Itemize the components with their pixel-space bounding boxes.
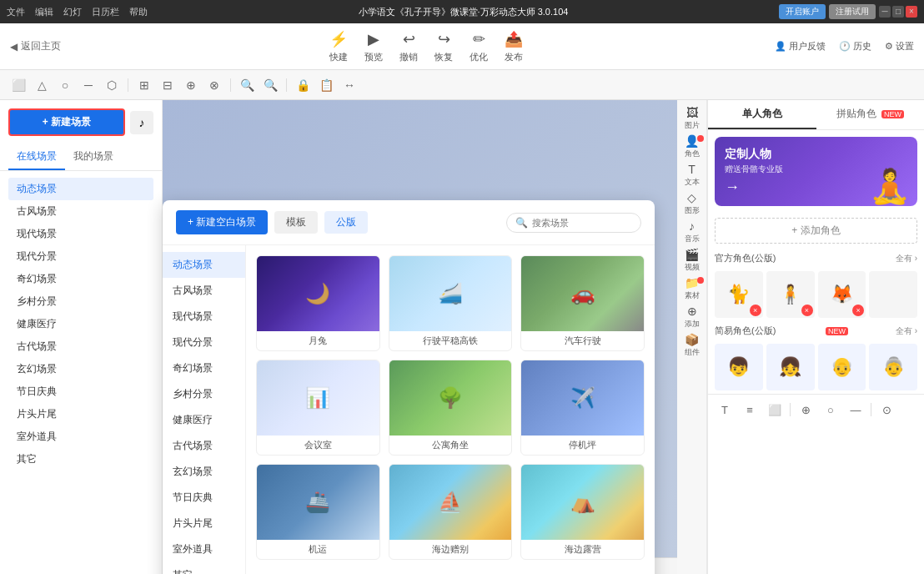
tool-optimize[interactable]: ✏ 优化 xyxy=(470,30,488,63)
tool-preview[interactable]: ▶ 预览 xyxy=(364,30,383,63)
trial-btn[interactable]: 注册试用 xyxy=(829,4,876,19)
cat-holiday[interactable]: 节日庆典 xyxy=(8,380,153,403)
cat-modern1[interactable]: 现代场景 xyxy=(8,223,153,245)
cat-ancient2[interactable]: 古代场景 xyxy=(8,335,153,358)
scene-search-input[interactable] xyxy=(532,218,632,228)
char-del-3[interactable]: × xyxy=(852,305,864,316)
cat-outdoor[interactable]: 室外道具 xyxy=(8,425,153,448)
modal-cat-ancient2[interactable]: 古代场景 xyxy=(163,433,245,459)
tool-copy[interactable]: 📋 xyxy=(316,75,336,95)
modal-cat-modern1[interactable]: 现代场景 xyxy=(163,304,245,330)
tool-polygon[interactable]: ⬡ xyxy=(102,75,122,95)
char-fox[interactable]: 🦊 × xyxy=(818,271,866,318)
tool-character[interactable]: 👤 角色 xyxy=(679,133,706,160)
history-btn[interactable]: 🕐 历史 xyxy=(839,40,871,53)
tool-align-left[interactable]: ⊞ xyxy=(134,75,154,95)
tool-video[interactable]: 🎬 视频 xyxy=(679,247,706,274)
scene-card-office[interactable]: 📊 会议室 xyxy=(256,360,380,456)
cat-ancient[interactable]: 古风场景 xyxy=(8,200,153,223)
tab-collage-char[interactable]: 拼贴角色 NEW xyxy=(816,100,925,129)
char-promo-banner[interactable]: 定制人物 赠送骨骼专业版 → 🧘 xyxy=(715,137,917,206)
scene-card-park[interactable]: 🌳 公寓角坐 xyxy=(389,360,513,456)
tool-redo[interactable]: ↪ 恢复 xyxy=(434,30,453,63)
rbt-list[interactable]: ≡ xyxy=(740,400,760,420)
simple-char-3[interactable]: 👴 xyxy=(818,344,866,390)
modal-cat-outdoor[interactable]: 室外道具 xyxy=(163,536,245,562)
scene-card-train[interactable]: 🚄 行驶平稳高铁 xyxy=(389,255,513,351)
rbt-rect[interactable]: ⬜ xyxy=(765,400,785,420)
tool-line[interactable]: ─ xyxy=(78,75,98,95)
rbt-circle[interactable]: ○ xyxy=(821,400,841,420)
tool-text[interactable]: T 文本 xyxy=(679,162,706,189)
scene-card-beach[interactable]: ⛵ 海边赠别 xyxy=(389,464,513,560)
scene-card-highway[interactable]: 🚗 汽车行驶 xyxy=(520,255,645,351)
simple-char-4[interactable]: 👵 xyxy=(869,344,917,390)
modal-cat-rural[interactable]: 乡村分景 xyxy=(163,381,245,407)
cat-modern2[interactable]: 现代分景 xyxy=(8,245,153,268)
tool-rectangle[interactable]: ⬜ xyxy=(8,75,28,95)
settings-btn[interactable]: ⚙ 设置 xyxy=(885,40,914,53)
char-person1[interactable]: 🧍 × xyxy=(766,271,815,318)
modal-cat-health[interactable]: 健康医疗 xyxy=(163,407,245,433)
maximize-btn[interactable]: □ xyxy=(892,6,904,18)
music-btn[interactable]: ♪ xyxy=(130,111,153,134)
char-cat[interactable]: 🐈 × xyxy=(715,271,763,318)
tool-component[interactable]: 📦 组件 xyxy=(679,332,706,359)
rbt-add-circle[interactable]: ⊕ xyxy=(796,400,816,420)
official-more-link[interactable]: 全有 › xyxy=(896,253,917,264)
scene-card-airport[interactable]: ✈️ 停机坪 xyxy=(520,360,645,456)
simple-char-1[interactable]: 👦 xyxy=(715,344,763,390)
modal-cat-modern2[interactable]: 现代分景 xyxy=(163,330,245,355)
modal-cat-fantasy[interactable]: 奇幻场景 xyxy=(163,355,245,381)
cat-xuan[interactable]: 玄幻场景 xyxy=(8,358,153,380)
menu-help[interactable]: 帮助 xyxy=(129,6,148,18)
cat-intro[interactable]: 片头片尾 xyxy=(8,403,153,425)
tool-shape[interactable]: ◇ 图形 xyxy=(679,190,706,217)
cat-dynamic[interactable]: 动态场景 xyxy=(8,178,153,200)
scene-card-ship[interactable]: 🚢 机运 xyxy=(256,464,380,560)
tool-add[interactable]: ⊕ xyxy=(181,75,201,95)
tool-lock[interactable]: 🔒 xyxy=(293,75,313,95)
cat-other[interactable]: 其它 xyxy=(8,448,153,471)
cat-rural[interactable]: 乡村分景 xyxy=(8,290,153,313)
tool-publish[interactable]: 📤 发布 xyxy=(505,30,523,63)
open-account-btn[interactable]: 开启账户 xyxy=(779,4,826,19)
tool-zoom-in[interactable]: 🔍 xyxy=(237,75,257,95)
tool-triangle[interactable]: △ xyxy=(32,75,52,95)
new-scene-btn[interactable]: + 新建场景 xyxy=(8,108,125,136)
modal-tab-template[interactable]: 模板 xyxy=(274,211,318,234)
tool-flip[interactable]: ↔ xyxy=(339,75,359,95)
modal-cat-dynamic[interactable]: 动态场景 xyxy=(163,252,245,278)
tab-single-char[interactable]: 单人角色 xyxy=(708,100,816,129)
tab-online-scenes[interactable]: 在线场景 xyxy=(8,144,65,170)
modal-cat-holiday[interactable]: 节日庆典 xyxy=(163,485,245,511)
add-char-btn[interactable]: + 添加角色 xyxy=(715,218,917,244)
rbt-dash[interactable]: — xyxy=(846,400,866,420)
tool-zoom-out[interactable]: 🔍 xyxy=(260,75,280,95)
rbt-dot-circle[interactable]: ⊙ xyxy=(876,400,896,420)
tool-add-rt[interactable]: ⊕ 添加 xyxy=(679,304,706,330)
tool-circle[interactable]: ○ xyxy=(55,75,75,95)
scene-card-moonrabbit[interactable]: 🌙 月兔 xyxy=(256,255,380,351)
menu-file[interactable]: 文件 xyxy=(7,6,25,18)
simple-more-link[interactable]: 全有 › xyxy=(896,325,917,337)
modal-cat-xuan[interactable]: 玄幻场景 xyxy=(163,459,245,485)
tab-my-scenes[interactable]: 我的场景 xyxy=(65,144,122,170)
menu-edit[interactable]: 编辑 xyxy=(35,6,53,18)
tool-quick-create[interactable]: ⚡ 快建 xyxy=(329,30,348,63)
cat-fantasy[interactable]: 奇幻场景 xyxy=(8,268,153,290)
tool-align-center[interactable]: ⊟ xyxy=(158,75,178,95)
add-blank-scene-btn[interactable]: + 新建空白场景 xyxy=(176,210,268,234)
tool-remove[interactable]: ⊗ xyxy=(204,75,224,95)
tool-music[interactable]: ♪ 音乐 xyxy=(679,219,706,245)
tool-material[interactable]: 📁 素材 xyxy=(679,275,706,302)
modal-cat-other[interactable]: 其它 xyxy=(163,562,245,574)
user-feedback[interactable]: 👤 用户反馈 xyxy=(775,40,826,53)
back-to-home[interactable]: ◀ 返回主页 xyxy=(10,39,61,53)
modal-tab-public[interactable]: 公版 xyxy=(324,211,368,234)
tool-image[interactable]: 🖼 图片 xyxy=(679,105,706,132)
minimize-btn[interactable]: ─ xyxy=(879,6,891,18)
simple-char-2[interactable]: 👧 xyxy=(766,344,815,390)
rbt-text[interactable]: T xyxy=(715,400,735,420)
cat-health[interactable]: 健康医疗 xyxy=(8,313,153,335)
